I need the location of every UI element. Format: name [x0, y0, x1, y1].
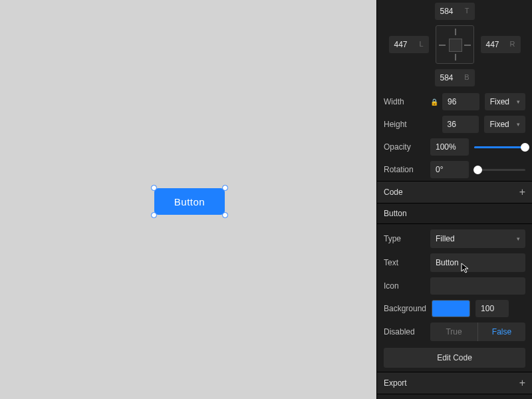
rotation-label: Rotation — [384, 165, 425, 174]
background-swatch[interactable] — [432, 300, 470, 317]
plus-icon[interactable]: + — [519, 378, 525, 388]
width-mode-select[interactable]: Fixed▾ — [485, 93, 525, 110]
width-label: Width — [384, 97, 425, 106]
disabled-label: Disabled — [384, 327, 425, 336]
disabled-true[interactable]: True — [430, 323, 477, 341]
rotation-input[interactable]: 0° — [430, 161, 469, 178]
plus-icon[interactable]: + — [519, 187, 525, 198]
type-label: Type — [384, 234, 425, 243]
canvas-button[interactable]: Button — [154, 188, 225, 215]
constraint-right-input[interactable]: 447R — [481, 36, 521, 53]
text-input[interactable]: Button — [430, 253, 525, 272]
opacity-slider[interactable] — [474, 146, 525, 148]
height-label: Height — [384, 120, 425, 129]
constraint-top-input[interactable]: 584T — [435, 3, 475, 20]
constraint-diagram[interactable] — [436, 25, 474, 64]
inspector-panel: 447L 584T 584B 447R Width — [376, 0, 532, 399]
type-select[interactable]: Filled▾ — [430, 229, 525, 248]
canvas-button-label: Button — [174, 196, 205, 207]
rotation-slider[interactable] — [474, 169, 525, 171]
height-input[interactable]: 36 — [442, 116, 479, 133]
export-header-label: Export — [384, 378, 407, 388]
width-input[interactable]: 96 — [442, 93, 479, 110]
height-mode-select[interactable]: Fixed▾ — [484, 116, 525, 133]
code-section-header[interactable]: Code + — [377, 181, 532, 203]
background-label: Background — [384, 304, 426, 313]
opacity-label: Opacity — [384, 142, 425, 152]
disabled-false[interactable]: False — [478, 323, 525, 341]
resize-handle-bl[interactable] — [151, 212, 157, 218]
opacity-input[interactable]: 100% — [430, 138, 469, 156]
text-label: Text — [384, 258, 425, 267]
resize-handle-tr[interactable] — [222, 185, 228, 191]
background-opacity-input[interactable]: 100 — [475, 300, 509, 317]
export-section-header[interactable]: Export + — [377, 372, 532, 394]
canvas[interactable]: Button — [0, 0, 376, 399]
lock-icon[interactable]: 🔒 — [430, 98, 437, 106]
icon-label: Icon — [384, 281, 425, 291]
code-header-label: Code — [384, 188, 403, 197]
constraint-left-input[interactable]: 447L — [389, 36, 429, 53]
disabled-segmented: True False — [430, 323, 525, 341]
component-name: Button — [377, 203, 532, 224]
resize-handle-tl[interactable] — [151, 185, 157, 191]
resize-handle-br[interactable] — [222, 212, 228, 218]
icon-input[interactable] — [430, 277, 525, 295]
edit-code-button[interactable]: Edit Code — [384, 348, 525, 368]
constraint-bottom-input[interactable]: 584B — [435, 69, 475, 86]
